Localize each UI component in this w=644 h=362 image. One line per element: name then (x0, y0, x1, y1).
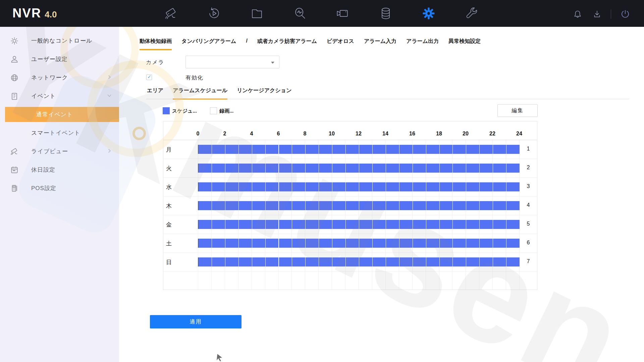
subtab-area[interactable]: エリア (147, 87, 163, 100)
schedule-bar[interactable] (198, 201, 520, 210)
schedule-bar[interactable] (198, 182, 520, 191)
alarm-bell-icon[interactable] (572, 8, 583, 20)
sidebar-item-label: ネットワーク (31, 74, 68, 81)
download-icon[interactable] (591, 8, 603, 20)
schedule-row-monday: 月 1 (163, 140, 537, 159)
schedule-row-thursday: 木 4 (163, 196, 537, 215)
sidebar-item-pos-settings[interactable]: POS設定 (0, 179, 119, 197)
schedule-legend-chip (163, 107, 170, 114)
user-icon (10, 55, 19, 64)
sidebar-item-user-settings[interactable]: ユーザー設定 (0, 50, 119, 68)
power-icon[interactable] (619, 8, 631, 20)
hour-tick: 10 (329, 131, 335, 137)
hour-tick: 4 (250, 131, 253, 137)
tab-alarm-input[interactable]: アラーム入力 (364, 38, 396, 50)
record-legend-label: 録画... (219, 108, 234, 114)
camera-label: カメラ (146, 59, 164, 66)
clipboard-icon (10, 92, 19, 101)
edit-button[interactable]: 編集 (497, 104, 538, 117)
row-number: 6 (520, 240, 537, 246)
tab-alarm-output[interactable]: アラーム出力 (406, 38, 439, 50)
sidebar-item-live-view[interactable]: ライブビュー (0, 142, 119, 161)
logo-text: NVR (12, 6, 41, 20)
hour-tick: 16 (409, 131, 415, 137)
sidebar-item-smart-event[interactable]: スマートイベント (0, 124, 119, 142)
header-divider (611, 9, 611, 19)
day-label: 月 (166, 146, 172, 154)
sidebar-item-general-control[interactable]: 一般的なコントロール (0, 32, 119, 50)
apply-button[interactable]: 適用 (150, 315, 241, 328)
cctv-icon (10, 147, 19, 156)
hour-tick: 20 (463, 131, 469, 137)
caret-down-icon (271, 62, 274, 64)
sidebar-item-label: ユーザー設定 (31, 55, 68, 63)
sidebar-item-holiday-settings[interactable]: 休日設定 (0, 161, 119, 179)
hour-tick: 18 (436, 131, 442, 137)
row-number: 5 (520, 221, 537, 227)
tab-tampering-alarm[interactable]: タンバリングアラーム (181, 38, 236, 50)
sidebar-item-label: POS設定 (31, 184, 56, 192)
cctv-camera-icon[interactable] (164, 6, 178, 21)
cursor-icon (216, 353, 225, 362)
schedule-bar[interactable] (198, 164, 520, 173)
hour-tick: 2 (223, 131, 226, 137)
schedule-bar[interactable] (198, 220, 520, 229)
day-label: 水 (166, 183, 172, 191)
tab-separator: / (246, 38, 247, 50)
smart-analysis-icon[interactable] (292, 6, 307, 21)
schedule-row-wednesday: 水 3 (163, 178, 537, 196)
hour-tick: 22 (489, 131, 495, 137)
top-header: NVR 4.0 (0, 0, 644, 27)
day-label: 金 (166, 221, 172, 229)
top-tab-bar: 動体検知録画 タンバリングアラーム / 或者カメラ妨害アラーム ビデオロス アラ… (140, 38, 481, 50)
app-logo: NVR 4.0 (12, 6, 57, 20)
calendar-icon (10, 166, 19, 174)
camera-select[interactable] (185, 56, 279, 68)
schedule-row-sunday: 日 7 (163, 253, 537, 272)
row-number: 1 (520, 146, 537, 152)
maintenance-wrench-icon[interactable] (464, 6, 479, 21)
system-settings-gear-icon[interactable] (421, 6, 436, 21)
schedule-bar[interactable] (198, 239, 520, 248)
schedule-bar[interactable] (198, 257, 520, 266)
day-label: 火 (166, 165, 172, 172)
file-folder-icon[interactable] (250, 6, 264, 21)
tab-camera-interference-alarm[interactable]: 或者カメラ妨害アラーム (257, 38, 317, 50)
schedule-rows: 月 1 火 2 水 3 木 4 金 5 (163, 140, 537, 290)
gear-icon (10, 37, 19, 45)
sidebar-item-normal-event[interactable]: 通常イベント (5, 107, 119, 122)
sub-tab-bar: エリア アラームスケジュール リンケージアクション (147, 87, 292, 100)
schedule-row-tuesday: 火 2 (163, 159, 537, 178)
subtab-linkage-action[interactable]: リンケージアクション (237, 87, 291, 100)
row-number: 2 (520, 165, 537, 171)
sidebar-item-network[interactable]: ネットワーク (0, 68, 119, 87)
day-label: 土 (166, 240, 172, 247)
storage-database-icon[interactable] (378, 6, 393, 21)
hour-tick: 14 (382, 131, 388, 137)
logo-version: 4.0 (45, 9, 57, 20)
checkmark-icon: ✓ (147, 74, 152, 80)
tab-anomaly-detection[interactable]: 異常検知設定 (448, 38, 481, 50)
sidebar-item-event[interactable]: イベント (0, 87, 119, 105)
row-number: 7 (520, 258, 537, 264)
camera-settings-icon[interactable] (335, 6, 350, 21)
schedule-grid: 0 2 4 6 8 10 12 14 16 18 20 22 24 月 1 火 (163, 121, 537, 290)
schedule-bar[interactable] (198, 145, 520, 154)
day-label: 木 (166, 202, 172, 210)
hour-tick: 8 (304, 131, 307, 137)
sidebar-item-label: 休日設定 (31, 166, 55, 174)
header-nav (164, 6, 479, 21)
playback-icon[interactable] (207, 6, 221, 21)
schedule-row-friday: 金 5 (163, 215, 537, 234)
enable-checkbox[interactable]: ✓ (146, 74, 152, 80)
tab-motion-detection-recording[interactable]: 動体検知録画 (140, 38, 172, 50)
sidebar-item-label: 通常イベント (36, 111, 73, 118)
subtab-alarm-schedule[interactable]: アラームスケジュール (173, 87, 227, 100)
day-label: 日 (166, 258, 172, 266)
hours-header: 0 2 4 6 8 10 12 14 16 18 20 22 24 (163, 121, 537, 140)
record-checkbox[interactable] (210, 107, 217, 114)
tab-video-loss[interactable]: ビデオロス (327, 38, 354, 50)
chevron-right-icon (107, 148, 112, 155)
sidebar-item-label: 一般的なコントロール (31, 37, 92, 45)
pos-icon (10, 184, 19, 193)
